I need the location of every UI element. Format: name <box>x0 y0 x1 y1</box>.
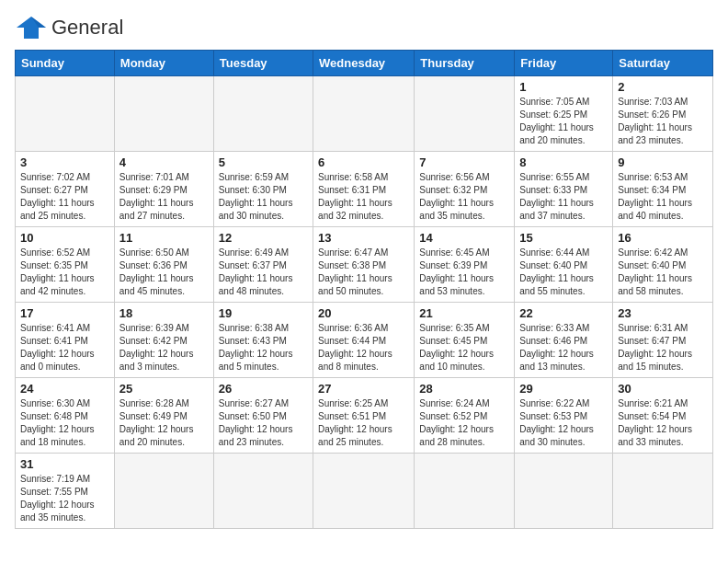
weekday-header-saturday: Saturday <box>613 51 713 76</box>
day-info: Sunrise: 6:25 AM Sunset: 6:51 PM Dayligh… <box>318 397 409 449</box>
day-number: 4 <box>119 155 209 169</box>
day-number: 22 <box>519 306 608 320</box>
calendar-cell: 17Sunrise: 6:41 AM Sunset: 6:41 PM Dayli… <box>16 303 115 378</box>
weekday-header-tuesday: Tuesday <box>213 51 313 76</box>
day-number: 21 <box>419 306 509 320</box>
calendar-week-0: 1Sunrise: 7:05 AM Sunset: 6:25 PM Daylig… <box>16 76 713 152</box>
day-number: 26 <box>219 382 308 396</box>
calendar-cell: 5Sunrise: 6:59 AM Sunset: 6:30 PM Daylig… <box>213 152 313 227</box>
day-number: 10 <box>20 231 109 245</box>
calendar-cell: 29Sunrise: 6:22 AM Sunset: 6:53 PM Dayli… <box>515 378 613 454</box>
calendar-cell: 12Sunrise: 6:49 AM Sunset: 6:37 PM Dayli… <box>213 227 313 303</box>
day-number: 13 <box>318 231 409 245</box>
day-number: 16 <box>618 231 708 245</box>
calendar-cell: 28Sunrise: 6:24 AM Sunset: 6:52 PM Dayli… <box>415 378 515 454</box>
calendar-cell: 7Sunrise: 6:56 AM Sunset: 6:32 PM Daylig… <box>415 152 515 227</box>
day-number: 12 <box>219 231 308 245</box>
day-info: Sunrise: 6:49 AM Sunset: 6:37 PM Dayligh… <box>219 247 308 298</box>
day-number: 1 <box>519 80 608 94</box>
calendar-cell: 6Sunrise: 6:58 AM Sunset: 6:31 PM Daylig… <box>313 152 415 227</box>
day-number: 31 <box>20 457 109 471</box>
calendar-cell: 22Sunrise: 6:33 AM Sunset: 6:46 PM Dayli… <box>515 303 613 378</box>
logo-general-text: General <box>51 16 123 39</box>
calendar-cell <box>114 76 213 152</box>
day-info: Sunrise: 6:36 AM Sunset: 6:44 PM Dayligh… <box>318 322 409 373</box>
day-info: Sunrise: 6:59 AM Sunset: 6:30 PM Dayligh… <box>219 171 308 223</box>
page: General SundayMondayTuesdayWednesdayThur… <box>0 0 728 563</box>
weekday-header-sunday: Sunday <box>16 51 115 76</box>
calendar-cell <box>213 454 313 529</box>
day-info: Sunrise: 7:05 AM Sunset: 6:25 PM Dayligh… <box>519 96 608 147</box>
calendar-cell <box>213 76 313 152</box>
calendar-cell: 27Sunrise: 6:25 AM Sunset: 6:51 PM Dayli… <box>313 378 415 454</box>
day-number: 28 <box>419 382 509 396</box>
day-info: Sunrise: 6:41 AM Sunset: 6:41 PM Dayligh… <box>20 322 109 373</box>
calendar-cell: 30Sunrise: 6:21 AM Sunset: 6:54 PM Dayli… <box>613 378 713 454</box>
day-info: Sunrise: 6:28 AM Sunset: 6:49 PM Dayligh… <box>119 397 209 449</box>
day-number: 2 <box>618 80 708 94</box>
calendar-cell: 14Sunrise: 6:45 AM Sunset: 6:39 PM Dayli… <box>415 227 515 303</box>
day-info: Sunrise: 6:35 AM Sunset: 6:45 PM Dayligh… <box>419 322 509 373</box>
day-info: Sunrise: 6:24 AM Sunset: 6:52 PM Dayligh… <box>419 397 509 449</box>
weekday-header-wednesday: Wednesday <box>313 51 415 76</box>
day-info: Sunrise: 6:58 AM Sunset: 6:31 PM Dayligh… <box>318 171 409 223</box>
day-info: Sunrise: 6:42 AM Sunset: 6:40 PM Dayligh… <box>618 247 708 298</box>
day-info: Sunrise: 6:39 AM Sunset: 6:42 PM Dayligh… <box>119 322 209 373</box>
day-number: 27 <box>318 382 409 396</box>
calendar-cell: 25Sunrise: 6:28 AM Sunset: 6:49 PM Dayli… <box>114 378 213 454</box>
calendar-cell: 20Sunrise: 6:36 AM Sunset: 6:44 PM Dayli… <box>313 303 415 378</box>
weekday-header-monday: Monday <box>114 51 213 76</box>
calendar-cell <box>415 76 515 152</box>
day-info: Sunrise: 6:53 AM Sunset: 6:34 PM Dayligh… <box>618 171 708 223</box>
calendar-cell: 2Sunrise: 7:03 AM Sunset: 6:26 PM Daylig… <box>613 76 713 152</box>
day-number: 15 <box>519 231 608 245</box>
calendar-week-4: 24Sunrise: 6:30 AM Sunset: 6:48 PM Dayli… <box>16 378 713 454</box>
calendar-cell: 18Sunrise: 6:39 AM Sunset: 6:42 PM Dayli… <box>114 303 213 378</box>
day-info: Sunrise: 6:45 AM Sunset: 6:39 PM Dayligh… <box>419 247 509 298</box>
calendar-cell <box>16 76 115 152</box>
calendar-cell: 8Sunrise: 6:55 AM Sunset: 6:33 PM Daylig… <box>515 152 613 227</box>
day-number: 19 <box>219 306 308 320</box>
calendar-cell: 10Sunrise: 6:52 AM Sunset: 6:35 PM Dayli… <box>16 227 115 303</box>
calendar-header-row: SundayMondayTuesdayWednesdayThursdayFrid… <box>16 51 713 76</box>
logo-icon <box>15 15 48 40</box>
day-info: Sunrise: 7:03 AM Sunset: 6:26 PM Dayligh… <box>618 96 708 147</box>
day-info: Sunrise: 6:31 AM Sunset: 6:47 PM Dayligh… <box>618 322 708 373</box>
day-number: 23 <box>618 306 708 320</box>
day-number: 6 <box>318 155 409 169</box>
calendar-table: SundayMondayTuesdayWednesdayThursdayFrid… <box>15 50 713 529</box>
day-number: 24 <box>20 382 109 396</box>
calendar-week-3: 17Sunrise: 6:41 AM Sunset: 6:41 PM Dayli… <box>16 303 713 378</box>
calendar-cell: 3Sunrise: 7:02 AM Sunset: 6:27 PM Daylig… <box>16 152 115 227</box>
day-number: 17 <box>20 306 109 320</box>
day-number: 30 <box>618 382 708 396</box>
logo-text: General <box>51 16 123 40</box>
day-number: 25 <box>119 382 209 396</box>
day-info: Sunrise: 6:30 AM Sunset: 6:48 PM Dayligh… <box>20 397 109 449</box>
day-info: Sunrise: 6:27 AM Sunset: 6:50 PM Dayligh… <box>219 397 308 449</box>
calendar-cell <box>415 454 515 529</box>
day-number: 20 <box>318 306 409 320</box>
day-info: Sunrise: 6:21 AM Sunset: 6:54 PM Dayligh… <box>618 397 708 449</box>
calendar-cell: 23Sunrise: 6:31 AM Sunset: 6:47 PM Dayli… <box>613 303 713 378</box>
calendar-cell <box>313 454 415 529</box>
day-info: Sunrise: 6:52 AM Sunset: 6:35 PM Dayligh… <box>20 247 109 298</box>
calendar-cell: 11Sunrise: 6:50 AM Sunset: 6:36 PM Dayli… <box>114 227 213 303</box>
calendar-week-5: 31Sunrise: 7:19 AM Sunset: 7:55 PM Dayli… <box>16 454 713 529</box>
calendar-cell <box>313 76 415 152</box>
day-info: Sunrise: 6:22 AM Sunset: 6:53 PM Dayligh… <box>519 397 608 449</box>
day-number: 29 <box>519 382 608 396</box>
weekday-header-thursday: Thursday <box>415 51 515 76</box>
calendar-cell: 24Sunrise: 6:30 AM Sunset: 6:48 PM Dayli… <box>16 378 115 454</box>
calendar-cell: 15Sunrise: 6:44 AM Sunset: 6:40 PM Dayli… <box>515 227 613 303</box>
calendar-week-2: 10Sunrise: 6:52 AM Sunset: 6:35 PM Dayli… <box>16 227 713 303</box>
header: General <box>15 15 713 40</box>
day-info: Sunrise: 6:55 AM Sunset: 6:33 PM Dayligh… <box>519 171 608 223</box>
day-info: Sunrise: 6:56 AM Sunset: 6:32 PM Dayligh… <box>419 171 509 223</box>
calendar-week-1: 3Sunrise: 7:02 AM Sunset: 6:27 PM Daylig… <box>16 152 713 227</box>
calendar-cell: 31Sunrise: 7:19 AM Sunset: 7:55 PM Dayli… <box>16 454 115 529</box>
day-info: Sunrise: 7:02 AM Sunset: 6:27 PM Dayligh… <box>20 171 109 223</box>
weekday-header-friday: Friday <box>515 51 613 76</box>
calendar-cell: 16Sunrise: 6:42 AM Sunset: 6:40 PM Dayli… <box>613 227 713 303</box>
calendar-cell: 19Sunrise: 6:38 AM Sunset: 6:43 PM Dayli… <box>213 303 313 378</box>
